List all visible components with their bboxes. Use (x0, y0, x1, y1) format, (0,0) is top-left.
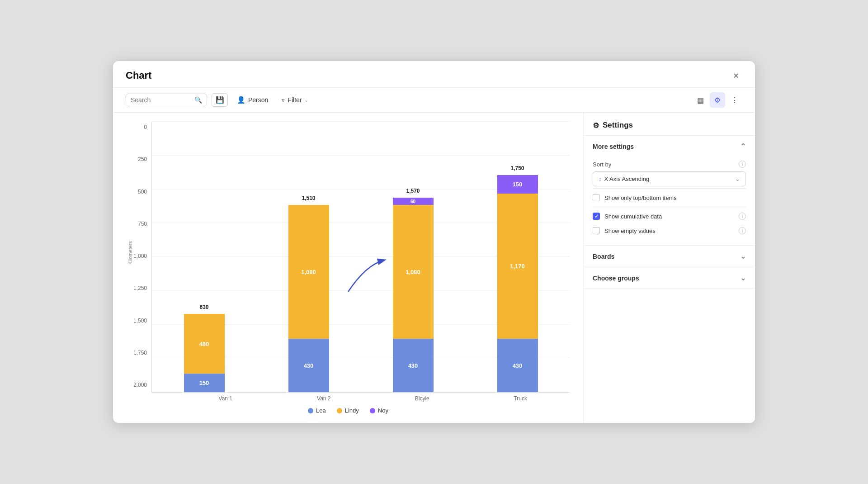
show-cumulative-info-icon: i (739, 213, 746, 220)
show-empty-checkbox[interactable] (593, 227, 600, 234)
settings-panel: ⚙ Settings More settings ⌃ Sort by i (583, 113, 755, 423)
person-label: Person (248, 96, 268, 104)
bar-group-van1: 630 150 480 (152, 314, 256, 392)
show-cumulative-label: Show cumulative data (604, 213, 662, 220)
chart-plot: 630 150 480 (151, 122, 570, 402)
more-settings-content: Sort by i ↕ X Axis Ascending ⌄ Show only… (584, 157, 755, 245)
boards-header[interactable]: Boards ⌄ (584, 246, 755, 267)
bar-segment-lindy-van2: 1,080 (288, 205, 329, 339)
settings-header: ⚙ Settings (584, 113, 755, 136)
more-icon: ⋮ (731, 96, 738, 104)
person-icon: 👤 (237, 96, 245, 104)
y-label-0: 0 (144, 124, 147, 130)
bar-segment-lea-truck: 430 (497, 339, 538, 392)
bar-segment-lindy-bicyle: 1,080 (393, 205, 434, 339)
bar-stack-truck: 1,750 430 1,170 150 (497, 175, 538, 392)
chart-area: Kilometers 2,000 1,750 1,500 1,250 1,000… (113, 113, 583, 423)
legend-label-lea: Lea (316, 407, 326, 414)
layout-icon: ▦ (697, 96, 704, 104)
save-icon-btn[interactable]: 💾 (212, 93, 228, 107)
bar-stack-van1: 630 150 480 (184, 314, 225, 392)
bar-segment-lea-van1: 150 (184, 374, 225, 392)
divider-2 (593, 207, 746, 207)
sort-by-text: Sort by (593, 161, 611, 168)
layout-icon-btn[interactable]: ▦ (693, 92, 708, 108)
filter-button[interactable]: ▿ Filter ⌄ (277, 94, 313, 106)
chart-container: Kilometers 2,000 1,750 1,500 1,250 1,000… (127, 122, 570, 414)
save-icon: 💾 (216, 96, 224, 104)
sort-by-label: Sort by i (593, 161, 746, 168)
person-button[interactable]: 👤 Person (232, 93, 273, 107)
y-label-1250: 1,250 (133, 285, 147, 291)
sort-row: Sort by i ↕ X Axis Ascending ⌄ (593, 161, 746, 186)
y-axis: Kilometers 2,000 1,750 1,500 1,250 1,000… (127, 122, 151, 402)
legend-lindy: Lindy (337, 407, 359, 414)
show-empty-info-icon: i (739, 227, 746, 234)
choose-groups-header[interactable]: Choose groups ⌄ (584, 267, 755, 289)
y-label-1750: 1,750 (133, 350, 147, 356)
settings-title: Settings (603, 121, 633, 130)
search-box[interactable]: 🔍 (126, 94, 207, 106)
settings-gear-icon: ⚙ (593, 121, 599, 130)
more-options-btn[interactable]: ⋮ (727, 92, 742, 108)
show-empty-label: Show empty values (604, 228, 656, 234)
y-label-750: 750 (138, 221, 147, 227)
show-empty-row: Show empty values i (593, 223, 746, 238)
y-label-500: 500 (138, 189, 147, 195)
sort-dropdown[interactable]: ↕ X Axis Ascending ⌄ (593, 171, 746, 186)
toolbar: 🔍 💾 👤 Person ▿ Filter ⌄ ▦ ⚙ ⋮ (113, 88, 755, 113)
y-label-1000: 1,000 (133, 253, 147, 259)
show-top-bottom-label: Show only top/bottom items (604, 195, 677, 201)
bar-total-van1: 630 (199, 304, 208, 310)
bar-total-van2: 1,510 (302, 195, 315, 201)
bar-segment-noy-truck: 150 (497, 175, 538, 194)
close-button[interactable]: × (730, 69, 742, 82)
sort-icon: ↕ (599, 176, 602, 182)
y-label-250: 250 (138, 156, 147, 162)
x-label-van1: Van 1 (176, 393, 275, 402)
y-axis-title: Kilometers (127, 241, 133, 265)
legend: Lea Lindy Noy (127, 402, 570, 414)
show-cumulative-row: Show cumulative data i (593, 209, 746, 223)
search-input[interactable] (131, 96, 192, 104)
divider-1 (593, 188, 746, 189)
choose-groups-label: Choose groups (593, 275, 639, 282)
settings-icon-btn[interactable]: ⚙ (710, 92, 725, 108)
filter-label: Filter (288, 96, 302, 104)
legend-dot-lea (308, 408, 313, 413)
more-settings-chevron-up-icon: ⌃ (740, 142, 746, 151)
bar-total-bicyle: 1,570 (406, 188, 420, 194)
legend-label-noy: Noy (378, 407, 388, 414)
bar-stack-bicyle: 1,570 430 1,080 60 (393, 198, 434, 392)
toolbar-right: ▦ ⚙ ⋮ (693, 92, 742, 108)
main-content: Kilometers 2,000 1,750 1,500 1,250 1,000… (113, 113, 755, 423)
search-icon: 🔍 (194, 96, 202, 104)
sort-value: X Axis Ascending (604, 176, 736, 182)
more-settings-section: More settings ⌃ Sort by i ↕ X Axis Ascen… (584, 136, 755, 246)
show-cumulative-checkbox[interactable] (593, 213, 600, 220)
chart-inner: Kilometers 2,000 1,750 1,500 1,250 1,000… (127, 122, 570, 402)
more-settings-header[interactable]: More settings ⌃ (584, 136, 755, 157)
bar-segment-lindy-van1: 480 (184, 314, 225, 374)
bar-total-truck: 1,750 (510, 165, 524, 171)
x-label-truck: Truck (472, 393, 570, 402)
bar-group-van2: 1,510 430 1,080 (256, 205, 361, 392)
title-bar: Chart × (113, 61, 755, 88)
sort-chevron-down-icon: ⌄ (735, 176, 740, 182)
legend-label-lindy: Lindy (345, 407, 359, 414)
choose-groups-chevron-down-icon: ⌄ (740, 274, 746, 282)
y-label-1500: 1,500 (133, 318, 147, 324)
bar-segment-lea-bicyle: 430 (393, 339, 434, 392)
show-top-bottom-checkbox[interactable] (593, 194, 600, 201)
boards-chevron-down-icon: ⌄ (740, 252, 746, 261)
show-top-bottom-row: Show only top/bottom items (593, 190, 746, 205)
choose-groups-section: Choose groups ⌄ (584, 267, 755, 289)
filter-icon: ▿ (282, 97, 285, 104)
sort-by-info-icon: i (739, 161, 746, 168)
main-window: Chart × 🔍 💾 👤 Person ▿ Filter ⌄ ▦ ⚙ (113, 61, 755, 423)
x-label-bicyle: Bicyle (373, 393, 472, 402)
x-label-van2: Van 2 (275, 393, 373, 402)
bar-group-bicyle: 1,570 430 1,080 60 (361, 198, 465, 392)
x-labels: Van 1 Van 2 Bicyle Truck (151, 393, 570, 402)
filter-chevron-icon: ⌄ (304, 97, 308, 103)
